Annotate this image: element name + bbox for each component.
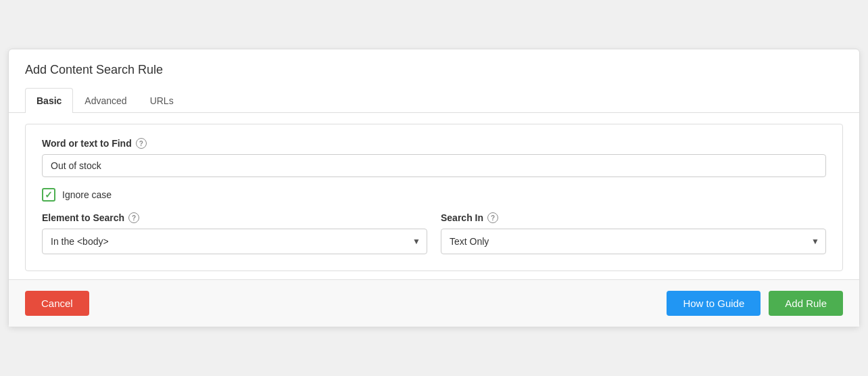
- ignore-case-row: ✓ Ignore case: [42, 188, 826, 202]
- element-to-search-col: Element to Search ? In the <body> In the…: [42, 212, 427, 254]
- ignore-case-label: Ignore case: [62, 189, 112, 200]
- element-to-search-select[interactable]: In the <body> In the <head> In the <titl…: [42, 229, 427, 254]
- search-in-label: Search In ?: [441, 212, 826, 223]
- word-to-find-label: Word or text to Find ?: [42, 138, 826, 149]
- word-to-find-help-icon[interactable]: ?: [136, 138, 147, 149]
- footer-right-buttons: How to Guide Add Rule: [667, 291, 843, 316]
- add-rule-button[interactable]: Add Rule: [769, 291, 843, 316]
- tab-advanced[interactable]: Advanced: [73, 88, 138, 113]
- element-to-search-help-icon[interactable]: ?: [128, 212, 139, 223]
- element-to-search-label: Element to Search ?: [42, 212, 427, 223]
- dialog-body: Word or text to Find ? ✓ Ignore case Ele…: [25, 124, 843, 271]
- add-content-search-rule-dialog: Add Content Search Rule Basic Advanced U…: [8, 49, 860, 327]
- tab-bar: Basic Advanced URLs: [9, 88, 859, 113]
- tab-basic[interactable]: Basic: [25, 88, 73, 113]
- how-to-guide-button[interactable]: How to Guide: [667, 291, 761, 316]
- ignore-case-checkbox-container[interactable]: ✓: [42, 188, 55, 202]
- element-to-search-wrapper: In the <body> In the <head> In the <titl…: [42, 229, 427, 254]
- dialog-title: Add Content Search Rule: [9, 49, 859, 88]
- search-in-col: Search In ? Text Only HTML Both ▼: [441, 212, 826, 254]
- cancel-button[interactable]: Cancel: [25, 291, 89, 316]
- word-to-find-input[interactable]: [42, 154, 826, 177]
- search-in-wrapper: Text Only HTML Both ▼: [441, 229, 826, 254]
- search-in-select[interactable]: Text Only HTML Both: [441, 229, 826, 254]
- search-in-help-icon[interactable]: ?: [487, 212, 498, 223]
- dialog-footer: Cancel How to Guide Add Rule: [9, 279, 859, 327]
- search-options-row: Element to Search ? In the <body> In the…: [42, 212, 826, 254]
- tab-urls[interactable]: URLs: [139, 88, 185, 113]
